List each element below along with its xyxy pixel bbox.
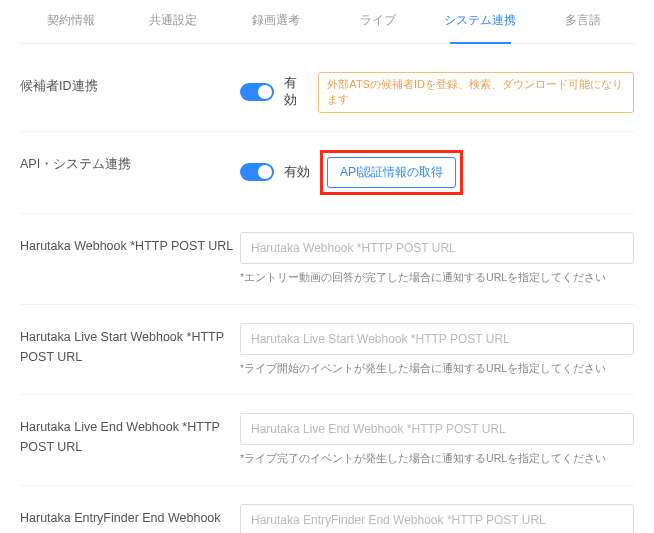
toggle-candidate-id[interactable]	[240, 83, 274, 101]
tab-video-selection[interactable]: 録画選考	[225, 0, 327, 43]
tab-contract[interactable]: 契約情報	[20, 0, 122, 43]
row-live-start: Harutaka Live Start Webhook *HTTP POST U…	[20, 305, 634, 396]
input-live-start[interactable]	[240, 323, 634, 355]
tabs: 契約情報 共通設定 録画選考 ライブ システム連携 多言語	[20, 0, 634, 44]
label-webhook: Harutaka Webhook *HTTP POST URL	[20, 232, 240, 256]
hint-live-end: *ライブ完了のイベントが発生した場合に通知するURLを指定してください	[240, 451, 634, 467]
tab-common-settings[interactable]: 共通設定	[122, 0, 224, 43]
input-entryfinder[interactable]	[240, 504, 634, 533]
toggle-api-system[interactable]	[240, 163, 274, 181]
tab-live[interactable]: ライブ	[327, 0, 429, 43]
label-entryfinder: Harutaka EntryFinder End Webhook *HTTP P…	[20, 504, 240, 533]
row-candidate-id: 候補者ID連携 有効 外部ATSの候補者IDを登録、検索、ダウンロード可能になり…	[20, 54, 634, 132]
hint-webhook: *エントリー動画の回答が完了した場合に通知するURLを指定してください	[240, 270, 634, 286]
tab-system-integration[interactable]: システム連携	[429, 0, 531, 43]
label-api-system: API・システム連携	[20, 150, 240, 174]
note-candidate-id: 外部ATSの候補者IDを登録、検索、ダウンロード可能になります	[318, 72, 634, 113]
highlight-api-button: API認証情報の取得	[320, 150, 463, 195]
toggle-label-candidate-id: 有効	[284, 75, 308, 109]
label-candidate-id: 候補者ID連携	[20, 72, 240, 96]
input-live-end[interactable]	[240, 413, 634, 445]
api-credentials-button[interactable]: API認証情報の取得	[327, 157, 456, 188]
row-api-system: API・システム連携 有効 API認証情報の取得	[20, 132, 634, 214]
row-live-end: Harutaka Live End Webhook *HTTP POST URL…	[20, 395, 634, 486]
row-webhook: Harutaka Webhook *HTTP POST URL *エントリー動画…	[20, 214, 634, 305]
toggle-label-api-system: 有効	[284, 164, 310, 181]
label-live-start: Harutaka Live Start Webhook *HTTP POST U…	[20, 323, 240, 367]
row-entryfinder: Harutaka EntryFinder End Webhook *HTTP P…	[20, 486, 634, 533]
hint-live-start: *ライブ開始のイベントが発生した場合に通知するURLを指定してください	[240, 361, 634, 377]
tab-multilingual[interactable]: 多言語	[532, 0, 634, 43]
input-webhook[interactable]	[240, 232, 634, 264]
label-live-end: Harutaka Live End Webhook *HTTP POST URL	[20, 413, 240, 457]
